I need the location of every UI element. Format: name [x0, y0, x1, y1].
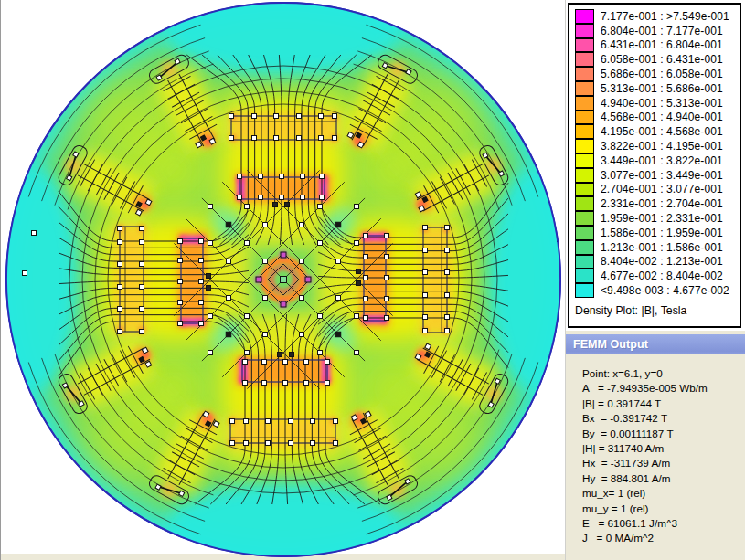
legend-color-swatch [575, 153, 594, 168]
legend-color-swatch [575, 255, 594, 269]
legend-entry-label: 4.940e-001 : 5.313e-001 [601, 97, 723, 110]
output-line: Hy = 884.801 A/m [582, 471, 745, 486]
legend-entry-label: 6.058e-001 : 6.431e-001 [601, 53, 723, 66]
legend-entry: <9.498e-003 : 4.677e-002 [575, 283, 740, 298]
femm-output-body: Point: x=6.1, y=0A = -7.94935e-005 Wb/m|… [566, 354, 745, 546]
legend-entry-label: 6.804e-001 : 7.177e-001 [601, 25, 723, 37]
legend-color-swatch [575, 168, 594, 183]
legend-entry-label: 3.077e-001 : 3.449e-001 [601, 169, 723, 182]
legend-title: Density Plot: |B|, Tesla [569, 298, 740, 317]
legend-entry: 6.804e-001 : 7.177e-001 [575, 24, 740, 38]
legend-entry-label: <9.498e-003 : 4.677e-002 [601, 284, 729, 297]
output-line: Bx = -0.391742 T [582, 411, 745, 426]
legend-entry: 1.959e-001 : 2.331e-001 [575, 211, 740, 226]
flux-density-plot-canvas[interactable] [0, 0, 565, 560]
output-line: |H| = 311740 A/m [582, 441, 745, 456]
femm-output-panel: FEMM Output Point: x=6.1, y=0A = -7.9493… [566, 331, 745, 560]
legend-color-swatch [575, 124, 594, 139]
legend-entry: 4.195e-001 : 4.568e-001 [575, 124, 740, 139]
legend-color-swatch [575, 139, 594, 153]
legend-entry-label: 5.686e-001 : 6.058e-001 [601, 68, 723, 80]
output-line: J = 0 MA/m^2 [582, 531, 745, 545]
output-line: Point: x=6.1, y=0 [582, 366, 745, 381]
legend-entry-label: 7.177e-001 : >7.549e-001 [601, 10, 729, 23]
femm-output-panel-header[interactable]: FEMM Output [566, 334, 745, 354]
legend-entry: 2.704e-001 : 3.077e-001 [575, 183, 740, 197]
legend-color-swatch [575, 52, 594, 67]
output-line: By = 0.00111187 T [582, 427, 745, 441]
legend-entry: 8.404e-002 : 1.213e-001 [575, 255, 740, 269]
legend-color-swatch [575, 211, 594, 226]
femm-window: { "legend": { "title": "Density Plot: |B… [0, 0, 745, 560]
output-line: mu_y = 1 (rel) [582, 502, 745, 516]
right-panel: 7.177e-001 : >7.549e-0016.804e-001 : 7.1… [565, 0, 745, 560]
window-left-edge [0, 0, 1, 560]
legend-entry: 1.213e-001 : 1.586e-001 [575, 240, 740, 255]
legend-entry-label: 1.959e-001 : 2.331e-001 [601, 212, 723, 225]
legend-entry-label: 4.195e-001 : 4.568e-001 [601, 125, 723, 138]
legend-color-swatch [575, 38, 594, 53]
legend-color-swatch [575, 226, 594, 240]
legend-color-swatch [575, 67, 594, 81]
legend-entry: 5.313e-001 : 5.686e-001 [575, 81, 740, 96]
legend-entry-label: 6.431e-001 : 6.804e-001 [601, 38, 723, 51]
legend-entry: 2.331e-001 : 2.704e-001 [575, 196, 740, 211]
legend-entry-label: 2.704e-001 : 3.077e-001 [601, 183, 723, 195]
legend-entry: 6.431e-001 : 6.804e-001 [575, 38, 740, 53]
legend-color-swatch [575, 269, 594, 283]
legend-entry-label: 1.213e-001 : 1.586e-001 [601, 241, 723, 254]
legend-color-swatch [575, 81, 594, 96]
legend-entry: 3.449e-001 : 3.822e-001 [575, 153, 740, 168]
legend-color-swatch [575, 9, 594, 24]
legend-entry-label: 3.449e-001 : 3.822e-001 [601, 154, 723, 167]
plot-area[interactable] [0, 0, 565, 560]
legend-color-swatch [575, 96, 594, 111]
legend-entry-label: 5.313e-001 : 5.686e-001 [601, 82, 723, 95]
legend-color-swatch [575, 240, 594, 255]
legend-entry: 5.686e-001 : 6.058e-001 [575, 67, 740, 81]
output-line: |B| = 0.391744 T [582, 396, 745, 411]
legend-entry: 1.586e-001 : 1.959e-001 [575, 226, 740, 240]
legend-color-swatch [575, 24, 594, 38]
legend-color-swatch [575, 183, 594, 197]
legend-entry-label: 3.822e-001 : 4.195e-001 [601, 140, 723, 153]
legend-color-swatch [575, 111, 594, 125]
output-line: A = -7.94935e-005 Wb/m [582, 381, 745, 396]
legend-entry-label: 8.404e-002 : 1.213e-001 [601, 255, 723, 268]
legend-color-swatch [575, 283, 594, 298]
legend-entry-label: 4.568e-001 : 4.940e-001 [601, 111, 723, 123]
legend-entry: 3.822e-001 : 4.195e-001 [575, 139, 740, 153]
legend-entries: 7.177e-001 : >7.549e-0016.804e-001 : 7.1… [569, 5, 740, 298]
legend-entry: 3.077e-001 : 3.449e-001 [575, 168, 740, 183]
legend-entry: 7.177e-001 : >7.549e-001 [575, 9, 740, 24]
output-line: mu_x= 1 (rel) [582, 486, 745, 501]
legend-color-swatch [575, 196, 594, 211]
legend-entry: 4.940e-001 : 5.313e-001 [575, 96, 740, 111]
output-line: E = 61061.1 J/m^3 [582, 516, 745, 531]
legend-entry-label: 2.331e-001 : 2.704e-001 [601, 197, 723, 210]
output-line: Hx = -311739 A/m [582, 456, 745, 470]
legend-entry-label: 4.677e-002 : 8.404e-002 [601, 269, 723, 282]
legend-entry-label: 1.586e-001 : 1.959e-001 [601, 227, 723, 239]
density-legend: 7.177e-001 : >7.549e-0016.804e-001 : 7.1… [568, 3, 741, 328]
legend-entry: 4.568e-001 : 4.940e-001 [575, 111, 740, 125]
legend-entry: 6.058e-001 : 6.431e-001 [575, 52, 740, 67]
legend-entry: 4.677e-002 : 8.404e-002 [575, 269, 740, 283]
